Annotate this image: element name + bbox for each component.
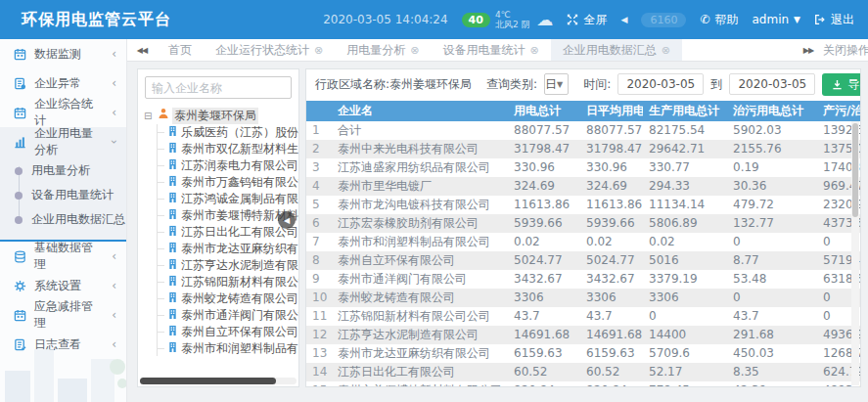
table-row[interactable]: 8泰州自立环保有限公司5024.775024.7750168.7757194.9… — [306, 251, 861, 270]
tree-expander-icon[interactable]: ⊟ — [144, 108, 155, 124]
vertical-scrollbar[interactable] — [851, 121, 859, 385]
tab-bar: ◀◀ 首页企业运行状态统计⊗用电量分析⊗设备用电量统计⊗企业用电数据汇总⊗ ▶▶… — [127, 39, 868, 62]
table-row[interactable]: 4泰州市里华电镀厂324.69324.69294.3330.36969.47 — [306, 177, 861, 196]
tab-4[interactable]: 企业用电数据汇总⊗ — [551, 39, 682, 61]
table-cell: 820.84 — [580, 381, 643, 387]
query-type-select[interactable]: 日 ▼ — [544, 73, 569, 95]
weather-widget: 40 4℃ 北风2 阴 ☁ — [462, 10, 554, 29]
sidebar-subitem-2[interactable]: 企业用电数据汇总 — [0, 207, 126, 232]
tree-company-node[interactable]: 泰州市和润塑料制品有限公司 — [158, 340, 295, 356]
tab-close-icon[interactable]: ⊗ — [314, 45, 323, 56]
tree-company-node[interactable]: 泰州市双亿新型材料生产有限公司 — [158, 141, 295, 157]
table-header-cell: 企业名 — [332, 101, 508, 121]
search-input[interactable] — [145, 76, 292, 99]
sidebar-group-power-analysis: 企业用电量分析‹用电量分析设备用电量统计企业用电数据汇总 — [0, 127, 126, 242]
content-area: ⊟泰州姜堰环保局乐威医药（江苏）股份有限公司泰州市双亿新型材料生产有限公司江苏润… — [127, 62, 868, 402]
to-label: 到 — [710, 76, 722, 93]
building-icon — [167, 224, 178, 241]
sidebar-item-7[interactable]: 日志查看‹ — [0, 330, 126, 359]
tab-close-icon[interactable]: ⊗ — [529, 45, 538, 56]
tree-company-node[interactable]: 乐威医药（江苏）股份有限公司 — [158, 124, 295, 141]
table-cell: 29642.71 — [643, 140, 727, 158]
sidebar-item-label: 企业异常 — [34, 75, 81, 92]
sidebar-item-2[interactable]: 企业综合统计‹ — [0, 98, 126, 127]
table-body: 1合计88077.5788077.5782175.545902.031392.3… — [306, 121, 860, 387]
tabs-scroll-right-icon[interactable]: ▶▶ — [794, 39, 823, 61]
sidebar-subitem-1[interactable]: 设备用电量统计 — [0, 183, 126, 207]
help-button[interactable]: ✆ 帮助 — [700, 12, 738, 28]
tree-company-node[interactable]: 泰州自立环保有限公司 — [158, 324, 295, 340]
table-cell: 0.02 — [508, 233, 580, 251]
building-icon — [167, 141, 178, 157]
tab-label: 设备用电量统计 — [442, 42, 525, 59]
marquee-collapse-icon[interactable]: ◀ — [620, 15, 627, 24]
table-cell: 江苏亨达水泥制造有限公司 — [332, 326, 508, 344]
tree-company-node[interactable]: 泰州市龙达亚麻纺织有限公司 — [158, 241, 295, 257]
tab-1[interactable]: 企业运行状态统计⊗ — [204, 39, 335, 61]
bullet-icon — [15, 167, 23, 175]
sidebar-subitem-0[interactable]: 用电量分析 — [0, 158, 126, 183]
table-row[interactable]: 7泰州市和润塑料制品有限公司0.020.020.0200 — [306, 233, 861, 251]
table-cell: 294.33 — [643, 177, 727, 196]
sidebar-item-label: 应急减排管理 — [34, 298, 104, 332]
tree-connector — [158, 149, 164, 150]
table-row[interactable]: 9泰州市通洋阀门有限公司3432.673432.673379.1953.4863… — [306, 270, 861, 289]
tree-company-node[interactable]: 泰州蛟龙铸造有限公司 — [158, 290, 295, 307]
table-row[interactable]: 6江苏宏泰橡胶助剂有限公司5939.665939.665806.89132.77… — [306, 214, 861, 233]
sidebar-item-3[interactable]: 企业用电量分析‹ — [0, 127, 126, 156]
table-cell: 132.77 — [727, 214, 817, 233]
table-row[interactable]: 3江苏迪盛家用纺织品有限公司330.96330.96330.770.191740… — [306, 158, 861, 177]
date-from-input[interactable] — [617, 73, 704, 95]
table-row[interactable]: 10泰州蛟龙铸造有限公司33063306330600 — [306, 289, 861, 307]
table-row[interactable]: 12江苏亨达水泥制造有限公司14691.6814691.6814400291.6… — [306, 326, 861, 344]
table-cell: 31798.47 — [508, 140, 580, 158]
sidebar-subitem-label: 用电量分析 — [31, 162, 90, 179]
tabs-scroll-left-icon[interactable]: ◀◀ — [127, 39, 157, 61]
logout-button[interactable]: 退出 — [814, 12, 854, 28]
tree-company-node[interactable]: 江苏鸿诚金属制品有限公司 — [158, 191, 295, 207]
table-cell: 8 — [306, 251, 332, 270]
tab-close-icon[interactable]: ⊗ — [410, 45, 419, 56]
date-to-input[interactable] — [729, 73, 815, 95]
export-button[interactable]: 导出 — [822, 73, 861, 96]
collapse-tree-button[interactable]: ◀ — [278, 211, 296, 229]
tree-company-node[interactable]: 江苏亨达水泥制造有限公司 — [158, 257, 295, 274]
horizontal-scrollbar-thumb[interactable] — [140, 378, 276, 384]
table-row[interactable]: 2泰州中来光电科技有限公司31798.4731798.4729642.71215… — [306, 140, 861, 158]
table-row[interactable]: 1合计88077.5788077.5782175.545902.031392.3… — [306, 121, 861, 140]
vertical-scrollbar-thumb[interactable] — [852, 123, 858, 217]
tree-company-node[interactable]: 泰州市万鑫钨钼有限公司 — [158, 174, 295, 191]
tree-company-node[interactable]: 泰州市姜堰博特新材料有限公司 — [158, 207, 295, 224]
sidebar-item-5[interactable]: 系统设置‹ — [0, 271, 126, 300]
sidebar-item-0[interactable]: 数据监测‹ — [0, 39, 126, 68]
tab-0[interactable]: 首页 — [157, 39, 204, 61]
tab-3[interactable]: 设备用电量统计⊗ — [431, 39, 550, 61]
sidebar-item-4[interactable]: 基础数据管理‹ — [0, 242, 126, 271]
table-cell: 324.69 — [580, 177, 643, 196]
close-operations-dropdown[interactable]: 关闭操作 — [823, 39, 868, 61]
tree-company-node[interactable]: 江苏锦阳新材料有限公司公司 — [158, 274, 295, 290]
tree-root-0[interactable]: ⊟泰州姜堰环保局 — [144, 108, 295, 124]
user-menu[interactable]: admin ▼ — [752, 13, 800, 26]
tree-company-node[interactable]: 泰州市通洋阀门有限公司 — [158, 307, 295, 324]
table-row[interactable]: 15泰州市姜堰博特新材料有限公司820.84820.84778.4542.394… — [306, 381, 861, 387]
chevron-down-icon: ▼ — [794, 15, 800, 24]
sidebar-item-6[interactable]: 应急减排管理‹ — [0, 300, 126, 330]
tree-company-node[interactable]: 江苏日出化工有限公司 — [158, 224, 295, 241]
building-icon — [167, 207, 178, 224]
tree-company-node[interactable]: 江苏润泰电力有限公司 — [158, 157, 295, 174]
table-row[interactable]: 5泰州市龙沟电镀科技有限公司11613.8611613.8611134.1447… — [306, 196, 861, 214]
table-row[interactable]: 11江苏锦阳新材料有限公司公司43.743.7043.70 — [306, 307, 861, 326]
tab-2[interactable]: 用电量分析⊗ — [335, 39, 431, 61]
chevron-icon: ‹ — [108, 140, 121, 145]
company-tree-panel: ⊟泰州姜堰环保局乐威医药（江苏）股份有限公司泰州市双亿新型材料生产有限公司江苏润… — [137, 68, 299, 387]
sidebar-item-1[interactable]: 企业异常‹ — [0, 68, 126, 98]
horizontal-scrollbar[interactable] — [140, 378, 297, 384]
tree-connector — [158, 282, 164, 283]
table-row[interactable]: 13泰州市龙达亚麻纺织有限公司6159.636159.635709.6450.0… — [306, 344, 861, 363]
table-row[interactable]: 14江苏日出化工有限公司60.5260.5252.178.35624.79 — [306, 363, 861, 381]
table-cell: 291.68 — [727, 326, 817, 344]
tab-close-icon[interactable]: ⊗ — [662, 45, 670, 56]
table-cell: 30.36 — [727, 177, 817, 196]
fullscreen-button[interactable]: 全屏 — [567, 12, 607, 28]
